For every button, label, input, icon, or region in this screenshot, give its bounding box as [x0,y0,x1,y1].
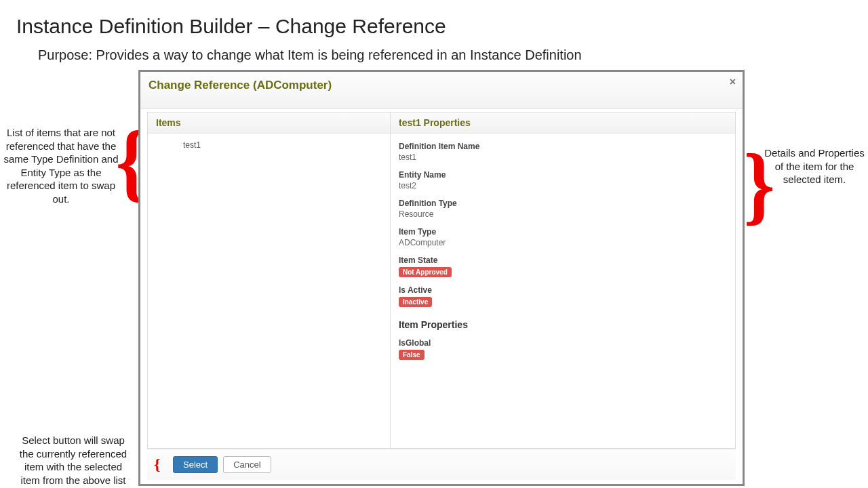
pill-item-state: Not Approved [399,267,452,277]
annotation-select-button: Select button will swap the currently re… [16,434,130,487]
items-panel: Items test1 [148,113,391,448]
field-value-item-type: ADComputer [399,238,727,247]
properties-panel-header: test1 Properties [391,113,735,134]
field-label-item-state: Item State [399,256,727,265]
pill-is-active: Inactive [399,297,432,307]
dialog-title: Change Reference (ADComputer) [149,79,332,92]
annotation-items-list: List of items that are not referenced th… [0,126,122,205]
item-properties-header: Item Properties [399,319,727,330]
items-panel-header: Items [148,113,390,134]
field-label-definition-item-name: Definition Item Name [399,142,727,151]
annotation-details-props: Details and Properties of the item for t… [764,146,865,186]
field-label-definition-type: Definition Type [399,199,727,208]
properties-panel: test1 Properties Definition Item Name te… [391,113,735,448]
dialog-header: Change Reference (ADComputer) × [140,72,743,109]
dialog-body: Items test1 test1 Properties Definition … [147,112,736,449]
page-title: Instance Definition Builder – Change Ref… [16,15,446,38]
field-value-entity-name: test2 [399,181,727,190]
field-value-definition-type: Resource [399,209,727,219]
properties-body: Definition Item Name test1 Entity Name t… [391,134,735,448]
list-item[interactable]: test1 [148,139,390,151]
page-subtitle: Purpose: Provides a way to change what I… [38,47,582,63]
close-icon[interactable]: × [730,76,736,88]
change-reference-dialog: Change Reference (ADComputer) × Items te… [138,70,745,486]
brace-footer-icon: { [154,460,167,469]
pill-isglobal: False [399,350,425,360]
select-button[interactable]: Select [173,456,218,473]
brace-right-icon: } [744,152,775,218]
dialog-footer: { Select Cancel [147,449,736,480]
cancel-button[interactable]: Cancel [223,456,271,473]
field-value-definition-item-name: test1 [399,152,727,162]
field-label-isglobal: IsGlobal [399,338,727,348]
field-label-entity-name: Entity Name [399,170,727,180]
items-list: test1 [148,134,390,448]
field-label-item-type: Item Type [399,227,727,237]
field-label-is-active: Is Active [399,285,727,295]
